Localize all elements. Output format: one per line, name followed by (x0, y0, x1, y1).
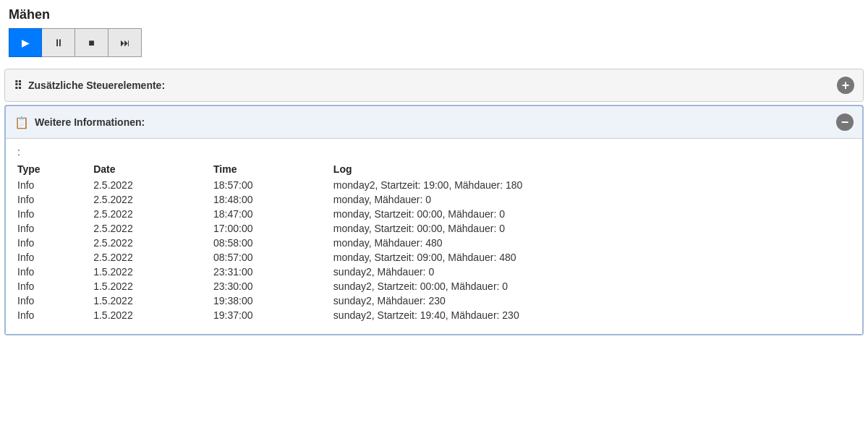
additional-controls-panel: ⠿ Zusätzliche Steuerelemente: + (4, 69, 864, 102)
stop-button[interactable]: ■ (75, 28, 109, 57)
log-cell-date-2: 2.5.2022 (93, 207, 213, 221)
log-cell-time-5: 08:57:00 (213, 250, 333, 265)
additional-controls-header-left: ⠿ Zusätzliche Steuerelemente: (14, 79, 165, 93)
page-title: Mähen (0, 0, 868, 28)
log-row-3: Info2.5.202217:00:00monday, Startzeit: 0… (17, 221, 851, 236)
log-row-8: Info1.5.202219:38:00sunday2, Mähdauer: 2… (17, 293, 851, 308)
log-cell-log-9: sunday2, Startzeit: 19:40, Mähdauer: 230 (333, 308, 851, 322)
log-cell-log-6: sunday2, Mähdauer: 0 (333, 265, 851, 279)
log-cell-type-7: Info (17, 279, 93, 293)
log-row-5: Info2.5.202208:57:00monday, Startzeit: 0… (17, 250, 851, 265)
log-cell-log-1: monday, Mähdauer: 0 (333, 192, 851, 207)
col-date: Date (93, 162, 213, 178)
log-row-2: Info2.5.202218:47:00monday, Startzeit: 0… (17, 207, 851, 221)
log-cell-time-4: 08:58:00 (213, 236, 333, 250)
more-info-remove-button[interactable]: − (836, 113, 854, 131)
additional-controls-add-button[interactable]: + (837, 77, 854, 94)
log-row-4: Info2.5.202208:58:00monday, Mähdauer: 48… (17, 236, 851, 250)
log-cell-type-1: Info (17, 192, 93, 207)
log-cell-type-4: Info (17, 236, 93, 250)
log-cell-type-9: Info (17, 308, 93, 322)
log-cell-type-5: Info (17, 250, 93, 265)
log-row-0: Info2.5.202218:57:00monday2, Startzeit: … (17, 178, 851, 192)
log-cell-date-7: 1.5.2022 (93, 279, 213, 293)
more-info-label: Weitere Informationen: (35, 116, 145, 128)
log-cell-log-0: monday2, Startzeit: 19:00, Mähdauer: 180 (333, 178, 851, 192)
log-cell-date-8: 1.5.2022 (93, 293, 213, 308)
log-cell-date-4: 2.5.2022 (93, 236, 213, 250)
transport-controls: ▶ ⏸ ■ ⏭ (0, 28, 868, 66)
log-row-7: Info1.5.202223:30:00sunday2, Startzeit: … (17, 279, 851, 293)
more-info-header[interactable]: 📋 Weitere Informationen: − (6, 106, 862, 138)
log-cell-type-6: Info (17, 265, 93, 279)
log-cell-date-0: 2.5.2022 (93, 178, 213, 192)
log-cell-type-0: Info (17, 178, 93, 192)
log-table-header-row: Type Date Time Log (17, 162, 851, 178)
log-cell-date-1: 2.5.2022 (93, 192, 213, 207)
log-row-9: Info1.5.202219:37:00sunday2, Startzeit: … (17, 308, 851, 322)
log-cell-time-8: 19:38:00 (213, 293, 333, 308)
log-cell-time-0: 18:57:00 (213, 178, 333, 192)
info-document-icon: 📋 (14, 116, 29, 129)
col-time: Time (213, 162, 333, 178)
log-cell-log-2: monday, Startzeit: 00:00, Mähdauer: 0 (333, 207, 851, 221)
log-cell-log-5: monday, Startzeit: 09:00, Mähdauer: 480 (333, 250, 851, 265)
log-cell-date-6: 1.5.2022 (93, 265, 213, 279)
col-log: Log (333, 162, 851, 178)
log-cell-time-2: 18:47:00 (213, 207, 333, 221)
skip-button[interactable]: ⏭ (109, 28, 142, 57)
grid-icon: ⠿ (14, 79, 22, 93)
log-cell-date-3: 2.5.2022 (93, 221, 213, 236)
log-cell-type-2: Info (17, 207, 93, 221)
additional-controls-label: Zusätzliche Steuerelemente: (28, 80, 165, 91)
log-cell-time-7: 23:30:00 (213, 279, 333, 293)
log-cell-time-6: 23:31:00 (213, 265, 333, 279)
log-table: Type Date Time Log Info2.5.202218:57:00m… (17, 162, 851, 322)
log-cell-time-1: 18:48:00 (213, 192, 333, 207)
pause-button[interactable]: ⏸ (42, 28, 75, 57)
col-type: Type (17, 162, 93, 178)
play-button[interactable]: ▶ (9, 28, 42, 57)
log-cell-time-9: 19:37:00 (213, 308, 333, 322)
colon-separator: : (17, 146, 851, 158)
log-cell-type-8: Info (17, 293, 93, 308)
log-row-1: Info2.5.202218:48:00monday, Mähdauer: 0 (17, 192, 851, 207)
log-cell-log-8: sunday2, Mähdauer: 230 (333, 293, 851, 308)
more-info-header-left: 📋 Weitere Informationen: (14, 116, 145, 129)
log-content: : Type Date Time Log Info2.5.202218:57:0… (6, 138, 862, 334)
log-cell-log-7: sunday2, Startzeit: 00:00, Mähdauer: 0 (333, 279, 851, 293)
log-cell-type-3: Info (17, 221, 93, 236)
log-cell-date-9: 1.5.2022 (93, 308, 213, 322)
additional-controls-header[interactable]: ⠿ Zusätzliche Steuerelemente: + (5, 69, 863, 101)
log-cell-log-4: monday, Mähdauer: 480 (333, 236, 851, 250)
log-row-6: Info1.5.202223:31:00sunday2, Mähdauer: 0 (17, 265, 851, 279)
log-cell-date-5: 2.5.2022 (93, 250, 213, 265)
log-cell-log-3: monday, Startzeit: 00:00, Mähdauer: 0 (333, 221, 851, 236)
log-cell-time-3: 17:00:00 (213, 221, 333, 236)
more-info-panel: 📋 Weitere Informationen: − : Type Date T… (4, 105, 864, 335)
